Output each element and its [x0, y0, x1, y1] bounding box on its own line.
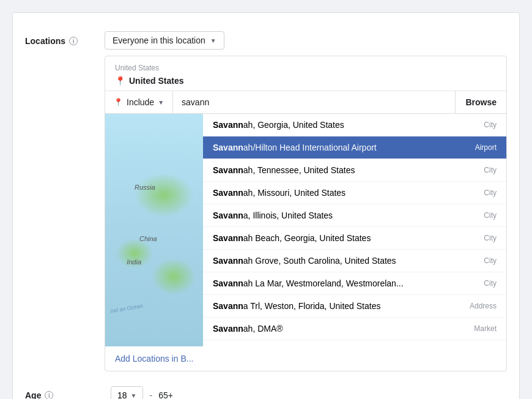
location-panel: United States 📍 United States 📍 Include … — [105, 56, 507, 371]
location-type-dropdown[interactable]: Everyone in this location ▼ — [105, 31, 224, 50]
locations-label: Locations i — [25, 36, 105, 46]
dropdown-item[interactable]: Savannah, DMA®Market — [203, 318, 506, 340]
dropdown-item[interactable]: Savannah, Missouri, United StatesCity — [203, 182, 506, 204]
map-label-russia: Russia — [135, 184, 155, 191]
dropdown-results: Savannah, Georgia, United StatesCitySava… — [203, 114, 506, 346]
age-info-icon[interactable]: i — [45, 391, 53, 399]
search-row: 📍 Include ▼ Browse — [105, 91, 506, 114]
add-locations-link[interactable]: Add Locations in B... — [105, 346, 506, 371]
dropdown-item[interactable]: Savannah, Georgia, United StatesCity — [203, 114, 506, 136]
item-name: Savannah, Tennessee, United States — [213, 165, 355, 175]
include-pin-icon: 📍 — [114, 98, 123, 106]
item-type: City — [484, 121, 497, 129]
locations-text: Locations — [25, 36, 65, 46]
dropdown-item[interactable]: Savannah Beach, Georgia, United StatesCi… — [203, 227, 506, 250]
age-label: Age i — [25, 390, 105, 399]
item-type: City — [484, 256, 497, 265]
age-text: Age — [25, 390, 41, 399]
location-type-label: Everyone in this location — [113, 35, 205, 45]
item-type: Airport — [475, 143, 497, 152]
country-name-text: United States — [129, 76, 183, 86]
item-name: Savannah, Georgia, United States — [213, 120, 344, 130]
age-max-value: 65+ — [158, 390, 173, 399]
item-type: City — [484, 188, 497, 197]
item-type: City — [484, 211, 497, 220]
item-name: Savannah La Mar, Westmoreland, Westmorel… — [213, 278, 404, 288]
dropdown-item[interactable]: Savannah, Tennessee, United StatesCity — [203, 159, 506, 182]
dropdown-item[interactable]: Savanna Trl, Weston, Florida, United Sta… — [203, 295, 506, 318]
item-name: Savanna Trl, Weston, Florida, United Sta… — [213, 301, 380, 311]
item-name: Savannah Grove, South Carolina, United S… — [213, 256, 396, 266]
map-label-china: China — [139, 235, 157, 242]
search-input[interactable] — [173, 91, 455, 113]
include-button[interactable]: 📍 Include ▼ — [105, 91, 173, 113]
map-area: Russia China India Ind an Ocean — [105, 114, 203, 346]
age-dash: - — [149, 390, 152, 399]
country-label: United States — [115, 64, 497, 72]
country-header: United States 📍 United States — [105, 56, 506, 91]
page-wrapper: Locations i Everyone in this location ▼ … — [12, 12, 520, 399]
age-min-select[interactable]: 18 ▼ — [111, 386, 143, 399]
browse-button[interactable]: Browse — [455, 91, 506, 113]
map-label-ocean: Ind an Ocean — [110, 302, 144, 314]
item-name: Savannah, Missouri, United States — [213, 188, 345, 198]
pin-icon: 📍 — [115, 76, 125, 86]
item-name: Savannah, DMA® — [213, 324, 283, 334]
dropdown-item[interactable]: Savannah Grove, South Carolina, United S… — [203, 250, 506, 272]
dropdown-item[interactable]: Savanna, Illinois, United StatesCity — [203, 204, 506, 227]
age-min-arrow-icon: ▼ — [131, 392, 137, 399]
item-type: Market — [474, 324, 497, 333]
dropdown-arrow-icon: ▼ — [210, 37, 216, 44]
item-type: City — [484, 234, 497, 242]
item-type: Address — [470, 302, 497, 310]
item-name: Savannah/Hilton Head International Airpo… — [213, 143, 377, 152]
dropdown-item[interactable]: Savannah/Hilton Head International Airpo… — [203, 136, 506, 159]
locations-content: Everyone in this location ▼ United State… — [105, 31, 507, 371]
map-and-dropdown: Russia China India Ind an Ocean Savannah… — [105, 114, 506, 346]
locations-info-icon[interactable]: i — [69, 37, 78, 45]
age-min-value: 18 — [117, 390, 127, 399]
item-type: City — [484, 166, 497, 174]
item-type: City — [484, 279, 497, 288]
dropdown-item[interactable]: Savannah La Mar, Westmoreland, Westmorel… — [203, 272, 506, 295]
locations-row: Locations i Everyone in this location ▼ … — [13, 25, 519, 378]
country-name-row: 📍 United States — [115, 76, 497, 86]
age-row: Age i 18 ▼ - 65+ — [13, 378, 519, 399]
item-name: Savanna, Illinois, United States — [213, 211, 333, 220]
map-label-india: India — [127, 258, 141, 266]
include-label: Include — [127, 97, 154, 107]
item-name: Savannah Beach, Georgia, United States — [213, 233, 371, 243]
include-chevron-icon: ▼ — [158, 99, 164, 106]
